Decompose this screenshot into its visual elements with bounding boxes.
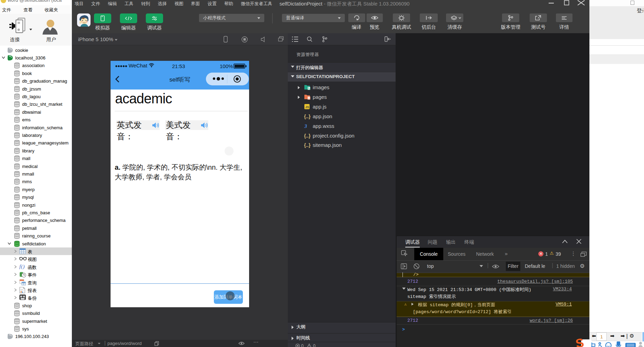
svg-text:{..}: {..} — [304, 113, 311, 119]
svg-text:JS: JS — [305, 105, 309, 109]
svg-text:{..}: {..} — [304, 133, 311, 138]
svg-text:<>: <> — [308, 97, 311, 100]
svg-text:3: 3 — [304, 123, 307, 129]
svg-text:{..}: {..} — [304, 142, 311, 148]
svg-text:f(): f() — [19, 264, 25, 269]
